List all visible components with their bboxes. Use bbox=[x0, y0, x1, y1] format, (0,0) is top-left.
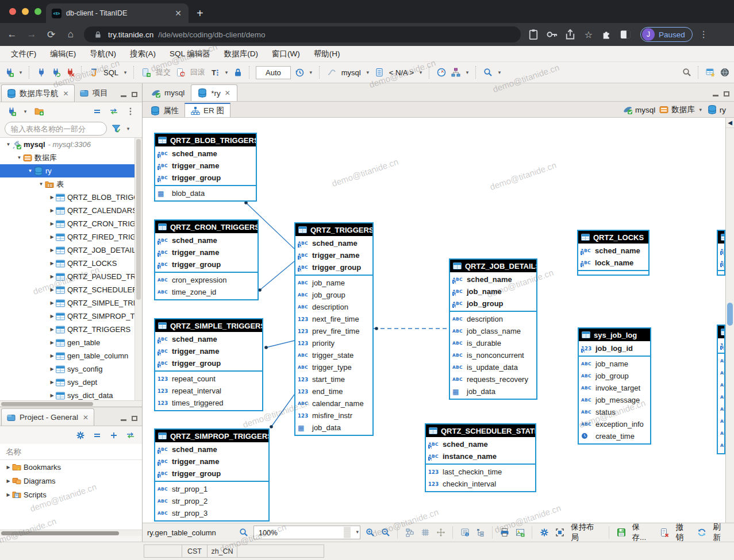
gauge-button[interactable] bbox=[436, 65, 447, 79]
table-filter-input[interactable] bbox=[5, 122, 107, 136]
breadcrumb-item-mysql[interactable]: mysql bbox=[623, 105, 655, 114]
diagram-toolbar-label[interactable]: 保存... bbox=[631, 522, 655, 543]
er-column-is_durable[interactable]: ABCis_durable bbox=[450, 337, 536, 349]
zoom-level-select[interactable]: 100%▾ bbox=[253, 526, 360, 539]
collapse-button[interactable] bbox=[91, 105, 103, 118]
er-column-calendar_name[interactable]: ABCcalendar_name bbox=[295, 397, 372, 410]
er-column-str_prop_3[interactable]: ABCstr_prop_3 bbox=[155, 507, 268, 519]
tree-item-QRTZ_SIMPLE_TRIGGERS[interactable]: ▶QRTZ_SIMPLE_TRIGGERS bbox=[0, 296, 142, 310]
er-column-status[interactable]: ABCstatus bbox=[579, 406, 650, 418]
expand-arrow-icon[interactable]: ▶ bbox=[48, 314, 56, 319]
tree-item-ry[interactable]: ▼ry bbox=[0, 164, 142, 177]
history-button[interactable] bbox=[294, 65, 305, 79]
project-item-Scripts[interactable]: ▶Scripts bbox=[0, 488, 142, 501]
expand-arrow-icon[interactable]: ▶ bbox=[48, 274, 56, 279]
window-minimize-button[interactable] bbox=[22, 8, 29, 15]
gear-button[interactable] bbox=[75, 428, 86, 442]
outline-button[interactable] bbox=[475, 526, 486, 539]
foldernew-button[interactable] bbox=[33, 105, 45, 118]
grid9-button[interactable] bbox=[420, 526, 431, 539]
mag-gray-button[interactable] bbox=[681, 65, 693, 79]
browser-menu-icon[interactable]: ⋮ bbox=[700, 29, 708, 40]
er-column-lock_name[interactable]: ABClock_name bbox=[578, 257, 648, 269]
er-column[interactable]: ABC bbox=[718, 367, 724, 379]
er-column-job_group[interactable]: ABCjob_group bbox=[579, 370, 650, 382]
dropdown-chevron-icon[interactable]: ▾ bbox=[418, 69, 424, 75]
er-entity-QRTZ_JOB_DETAILS[interactable]: QRTZ_JOB_DETAILSABCsched_nameABCjob_name… bbox=[449, 258, 537, 400]
er-column-prev_fire_time[interactable]: 123prev_fire_time bbox=[295, 325, 372, 337]
expand-arrow-icon[interactable]: ▶ bbox=[48, 208, 56, 213]
er-column-job_data[interactable]: ▦job_data bbox=[450, 385, 536, 397]
er-column-sched_name[interactable]: ABCsched_name bbox=[578, 245, 648, 257]
expand-arrow-icon[interactable]: ▶ bbox=[5, 465, 12, 470]
tree-item-QRTZ_SIMPROP_TRIGGERS[interactable]: ▶QRTZ_SIMPROP_TRIGGERS bbox=[0, 310, 142, 323]
tablenew-button[interactable] bbox=[705, 65, 716, 79]
er-column-exception_info[interactable]: ABCexception_info bbox=[579, 418, 650, 430]
er-column-cron_expression[interactable]: ABCcron_expression bbox=[155, 274, 258, 286]
commit-mode-select[interactable]: Auto bbox=[256, 66, 291, 79]
er-entity-header[interactable]: QRTZ_SIMPROP_TRIGGERS bbox=[155, 430, 268, 442]
er-column-repeat_count[interactable]: 123repeat_count bbox=[155, 373, 262, 385]
zoomin-button[interactable] bbox=[364, 526, 376, 539]
er-column-job_group[interactable]: ABCjob_group bbox=[450, 298, 536, 310]
er-column-job_group[interactable]: ABCjob_group bbox=[295, 289, 372, 301]
txnfilter-button[interactable]: T bbox=[209, 65, 221, 79]
toolbar-label[interactable]: < N/A > bbox=[388, 68, 415, 77]
tree-item-数据库[interactable]: ▼数据库 bbox=[0, 151, 142, 164]
er-entity-QRTZ_BLOB_TRIGGERS[interactable]: QRTZ_BLOB_TRIGGERSABCsched_nameABCtrigge… bbox=[154, 133, 257, 202]
er-entity-header[interactable]: QRTZ_JOB_DETAILS bbox=[450, 260, 536, 272]
er-diagram-canvas[interactable]: QRTZ_BLOB_TRIGGERSABCsched_nameABCtrigge… bbox=[143, 118, 725, 523]
forward-icon[interactable]: → bbox=[25, 29, 38, 40]
er-column-trigger_type[interactable]: ABCtrigger_type bbox=[295, 361, 372, 373]
er-column-trigger_group[interactable]: ABCtrigger_group bbox=[155, 468, 268, 480]
diagram-search-input[interactable]: ry.gen_table_column bbox=[147, 528, 234, 537]
er-column[interactable]: ABC bbox=[718, 257, 724, 269]
dots-button[interactable] bbox=[125, 105, 136, 118]
expand-arrow-icon[interactable]: ▶ bbox=[5, 492, 12, 497]
er-column-next_fire_time[interactable]: 123next_fire_time bbox=[295, 313, 372, 325]
image-button[interactable] bbox=[514, 526, 526, 539]
password-key-icon[interactable] bbox=[546, 29, 558, 40]
breadcrumb-item-数据库[interactable]: 数据库▾ bbox=[659, 105, 704, 115]
tree-item-QRTZ_LOCKS[interactable]: ▶QRTZ_LOCKS bbox=[0, 257, 142, 270]
er-column-trigger_state[interactable]: ABCtrigger_state bbox=[295, 349, 372, 361]
tree-item-QRTZ_TRIGGERS[interactable]: ▶QRTZ_TRIGGERS bbox=[0, 323, 142, 336]
er-column-trigger_name[interactable]: ABCtrigger_name bbox=[295, 249, 372, 261]
diagram-search-button[interactable] bbox=[238, 526, 249, 539]
sidebar-tab-项目[interactable]: 项目 bbox=[75, 84, 113, 102]
er-column-job_message[interactable]: ABCjob_message bbox=[579, 394, 650, 406]
plus-button[interactable] bbox=[108, 428, 120, 442]
linksync-button[interactable] bbox=[108, 105, 120, 118]
er-entity-partial[interactable]: 123ABCABCABCABCABCABCABCABC bbox=[717, 325, 725, 454]
sidebar-tab-数据库导航[interactable]: 数据库导航✕ bbox=[1, 84, 75, 102]
er-column-checkin_interval[interactable]: 123checkin_interval bbox=[426, 478, 535, 490]
close-icon[interactable]: ✕ bbox=[63, 90, 69, 98]
er-column-sched_name[interactable]: ABCsched_name bbox=[155, 333, 262, 345]
tree-item-QRTZ_SCHEDULER_STATE[interactable]: ▶QRTZ_SCHEDULER_STATE bbox=[0, 283, 142, 296]
expand-arrow-icon[interactable]: ▶ bbox=[48, 195, 56, 200]
collapse-arrow-icon[interactable]: ▼ bbox=[5, 142, 12, 147]
diagram-toolbar-label[interactable]: 刷新 bbox=[712, 522, 729, 543]
plug-button[interactable] bbox=[36, 65, 47, 79]
er-entity-QRTZ_SIMPROP_TRIGGERS[interactable]: QRTZ_SIMPROP_TRIGGERSABCsched_nameABCtri… bbox=[154, 428, 270, 522]
mag-blue-button[interactable] bbox=[482, 65, 494, 79]
plug-new-button[interactable] bbox=[6, 105, 17, 118]
er-entity-QRTZ_LOCKS[interactable]: QRTZ_LOCKSABCsched_nameABClock_name bbox=[577, 230, 650, 276]
er-column-invoke_target[interactable]: ABCinvoke_target bbox=[579, 382, 650, 394]
toolbar-label[interactable]: SQL bbox=[102, 68, 120, 77]
er-column[interactable]: ABC bbox=[718, 391, 724, 403]
subtab-属性[interactable]: 属性 bbox=[145, 103, 185, 117]
minimize-panel-icon[interactable] bbox=[121, 419, 126, 421]
back-icon[interactable]: ← bbox=[6, 29, 18, 40]
breadcrumb-item-ry[interactable]: ry bbox=[708, 105, 726, 114]
er-entity-header[interactable]: QRTZ_SCHEDULER_STATE bbox=[426, 424, 535, 437]
menu-item-6[interactable]: 窗口(W) bbox=[266, 47, 306, 61]
collapse-arrow-icon[interactable]: ▼ bbox=[26, 168, 34, 173]
subtab-ER 图[interactable]: ER 图 bbox=[185, 103, 230, 117]
filter-dropdown-icon[interactable]: ▾ bbox=[125, 126, 131, 132]
expand-arrow-icon[interactable]: ▶ bbox=[48, 353, 56, 358]
er-column-str_prop_2[interactable]: ABCstr_prop_2 bbox=[155, 495, 268, 507]
window-close-button[interactable] bbox=[9, 8, 16, 15]
er-column[interactable]: ABC bbox=[718, 427, 724, 439]
tree-item-QRTZ_CRON_TRIGGERS[interactable]: ▶QRTZ_CRON_TRIGGERS bbox=[0, 217, 142, 230]
